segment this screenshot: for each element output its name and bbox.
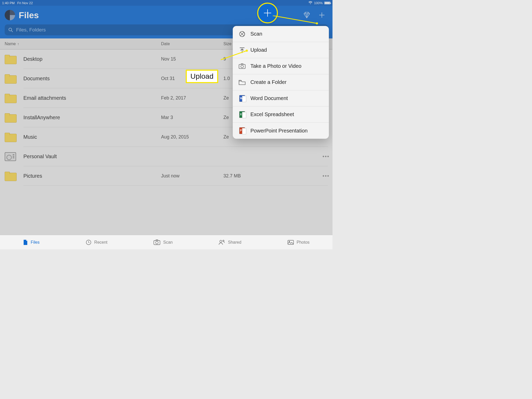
svg-point-4 — [220, 240, 222, 242]
file-size: 32.7 MB — [221, 173, 320, 179]
file-name: Email attachments — [23, 95, 158, 101]
svg-point-5 — [223, 240, 224, 241]
tab-label: Photos — [297, 240, 310, 245]
file-name: Documents — [23, 76, 158, 82]
annotation-upload-label: Upload — [186, 70, 218, 83]
add-menu-word[interactable]: WWord Document — [233, 90, 329, 107]
svg-point-0 — [9, 28, 12, 31]
svg-point-3 — [156, 241, 158, 244]
add-menu-label: Excel Spreadsheet — [250, 111, 294, 117]
annotation-add-circle[interactable] — [257, 3, 278, 23]
tab-label: Files — [31, 240, 39, 245]
more-icon[interactable]: ••• — [320, 173, 332, 179]
more-icon[interactable]: ••• — [320, 154, 332, 159]
bottom-tab-bar: FilesRecentScanSharedPhotos — [0, 235, 332, 249]
file-name: Pictures — [23, 173, 158, 179]
word-icon: W — [238, 95, 246, 102]
add-menu-scan[interactable]: Scan — [233, 26, 329, 42]
tab-photos[interactable]: Photos — [287, 240, 310, 245]
add-menu-folder[interactable]: Create a Folder — [233, 74, 329, 90]
file-row[interactable]: PicturesJust now32.7 MB••• — [0, 166, 332, 186]
add-menu-photo[interactable]: Take a Photo or Video — [233, 58, 329, 74]
file-name: Music — [23, 134, 158, 140]
file-row[interactable]: Personal Vault••• — [0, 147, 332, 166]
photo-icon — [238, 63, 246, 69]
add-menu-label: Scan — [250, 31, 262, 37]
status-battery-pct: 100% — [314, 1, 323, 5]
column-name[interactable]: Name ↑ — [0, 42, 158, 46]
sort-asc-icon: ↑ — [17, 42, 19, 46]
folder-icon — [5, 74, 16, 83]
app-header: Files — [0, 6, 332, 24]
scan-icon — [153, 240, 161, 245]
file-date: Feb 2, 2017 — [158, 95, 221, 101]
folder-icon — [5, 94, 16, 103]
folder-icon — [238, 79, 246, 85]
add-menu-label: Create a Folder — [250, 79, 287, 85]
battery-icon — [324, 2, 330, 4]
add-plus-icon[interactable] — [318, 12, 325, 18]
photos-icon — [287, 240, 294, 245]
files-icon — [23, 239, 28, 245]
status-date: Fri Nov 22 — [17, 1, 33, 5]
add-menu-label: Word Document — [250, 95, 288, 101]
ppt-icon: P — [238, 127, 246, 134]
add-menu-popover: ScanUploadTake a Photo or VideoCreate a … — [233, 26, 329, 139]
folder-icon — [5, 172, 16, 181]
search-icon — [8, 28, 13, 32]
folder-icon — [5, 113, 16, 122]
svg-point-10 — [241, 65, 243, 68]
folder-icon — [5, 133, 16, 142]
add-menu-ppt[interactable]: PPowerPoint Presentation — [233, 123, 329, 139]
file-date: Mar 3 — [158, 115, 221, 120]
tab-label: Shared — [228, 240, 241, 245]
add-menu-label: Upload — [250, 47, 267, 53]
premium-diamond-icon[interactable] — [303, 12, 311, 18]
tab-recent[interactable]: Recent — [85, 239, 108, 245]
tab-scan[interactable]: Scan — [153, 240, 172, 245]
folder-icon — [5, 55, 16, 64]
scan-icon — [238, 31, 246, 37]
excel-icon: X — [238, 111, 246, 118]
file-name: Personal Vault — [23, 154, 158, 159]
account-avatar-icon[interactable] — [5, 10, 15, 20]
file-date: Aug 20, 2015 — [158, 134, 221, 140]
tab-label: Scan — [163, 240, 172, 245]
file-date: Just now — [158, 173, 221, 179]
file-date: Nov 15 — [158, 56, 221, 62]
wifi-icon — [308, 1, 312, 4]
svg-point-7 — [289, 241, 290, 242]
add-menu-upload[interactable]: Upload — [233, 42, 329, 58]
tab-label: Recent — [94, 240, 108, 245]
status-time: 1:40 PM — [2, 1, 15, 5]
add-menu-label: Take a Photo or Video — [250, 63, 301, 69]
column-date[interactable]: Date — [158, 42, 221, 46]
svg-rect-6 — [288, 240, 294, 244]
file-name: Desktop — [23, 56, 158, 62]
vault-icon — [5, 152, 16, 161]
shared-icon — [218, 240, 225, 245]
tab-shared[interactable]: Shared — [218, 240, 241, 245]
add-menu-label: PowerPoint Presentation — [250, 128, 308, 134]
upload-icon — [238, 47, 246, 54]
recent-icon — [85, 239, 92, 245]
add-menu-excel[interactable]: XExcel Spreadsheet — [233, 107, 329, 123]
file-name: InstallAnywhere — [23, 115, 158, 121]
page-title: Files — [19, 10, 39, 20]
tab-files[interactable]: Files — [23, 239, 39, 245]
status-bar: 1:40 PM Fri Nov 22 100% — [0, 0, 332, 6]
